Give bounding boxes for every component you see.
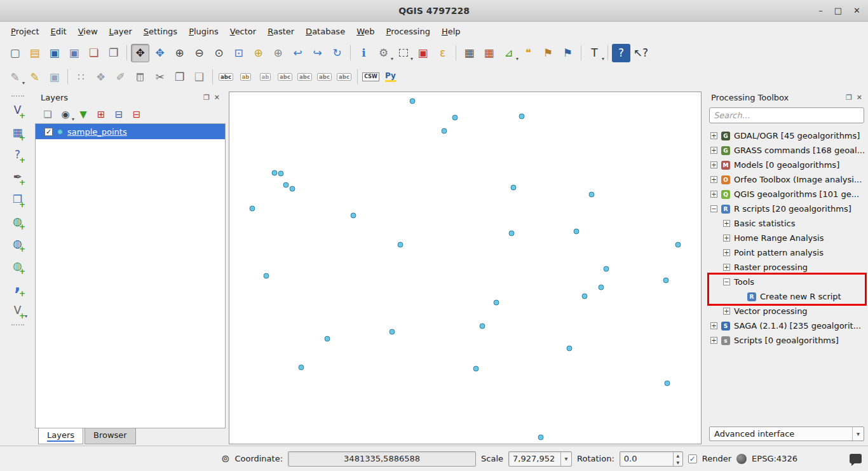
add-group-icon[interactable]: ❏ <box>39 106 56 123</box>
expand-icon[interactable]: + <box>723 220 730 227</box>
tab-layers[interactable]: Layers <box>38 428 83 444</box>
new-shapefile-layer-icon[interactable]: V▾ <box>8 301 27 320</box>
dropdown-arrow-icon[interactable]: ▾ <box>22 80 25 86</box>
menu-plugins[interactable]: Plugins <box>183 24 224 39</box>
toolbox-item[interactable]: +Point pattern analysis <box>705 245 868 260</box>
copy-features-icon[interactable]: ❐ <box>170 68 189 86</box>
toolbox-item[interactable]: −Tools <box>705 275 868 289</box>
label-move-icon[interactable]: abc <box>276 68 294 86</box>
new-project-icon[interactable]: ▢ <box>6 44 24 62</box>
zoom-full-icon[interactable]: ⊡ <box>229 44 248 62</box>
labeling-icon[interactable]: abc <box>217 68 235 86</box>
scale-combobox[interactable]: 7,927,952 ▾ <box>508 451 572 467</box>
whats-this-icon[interactable]: ↖? <box>632 44 650 62</box>
toolbox-item[interactable]: +Basic statistics <box>705 216 868 231</box>
toolbox-item[interactable]: +SSAGA (2.1.4) [235 geoalgorit... <box>705 318 868 333</box>
new-bookmark-icon[interactable]: ⚑ <box>539 44 557 62</box>
rotation-down-icon[interactable]: ▼ <box>674 459 682 466</box>
dropdown-arrow-icon[interactable]: ▾ <box>391 56 393 62</box>
render-checkbox[interactable]: ✓ <box>688 454 697 463</box>
composer-manager-icon[interactable]: ❐ <box>104 44 123 62</box>
menu-raster[interactable]: Raster <box>262 24 300 39</box>
label-properties-icon[interactable]: abc <box>335 68 353 86</box>
menu-project[interactable]: Project <box>5 24 45 39</box>
toolbox-item[interactable]: +QQGIS geoalgorithms [101 ge... <box>705 187 868 201</box>
add-wfs-layer-icon[interactable]: ◍ <box>8 257 27 275</box>
zoom-native-icon[interactable]: ⊙ <box>210 44 228 62</box>
add-delimited-text-layer-icon[interactable]: , <box>8 279 27 297</box>
toggle-editing-icon[interactable]: ✎ <box>25 68 44 86</box>
menu-view[interactable]: View <box>72 24 104 39</box>
node-tool-icon[interactable]: ✐ <box>111 68 130 86</box>
label-change-icon[interactable]: abc <box>315 68 334 86</box>
add-spatialite-layer-icon[interactable]: ✒ <box>8 168 27 186</box>
expand-all-icon[interactable]: ⊞ <box>93 106 109 123</box>
chevron-down-icon[interactable]: ▾ <box>852 427 864 440</box>
log-messages-icon[interactable] <box>850 454 862 463</box>
save-project-icon[interactable]: ▣ <box>45 44 64 62</box>
map-tips-icon[interactable]: ❝ <box>519 44 538 62</box>
field-calculator-icon[interactable]: ▦ <box>480 44 498 62</box>
expand-icon[interactable]: + <box>710 191 717 198</box>
remove-layer-icon[interactable]: ⊟ <box>128 106 145 123</box>
float-panel-icon[interactable]: ❐ <box>203 93 210 102</box>
expand-icon[interactable]: + <box>710 322 717 329</box>
expand-icon[interactable]: + <box>723 249 730 256</box>
menu-processing[interactable]: Processing <box>381 24 436 39</box>
pan-map-icon[interactable]: ✥ <box>131 44 149 62</box>
delete-selected-icon[interactable] <box>131 68 149 86</box>
dropdown-arrow-icon[interactable]: ▾ <box>72 116 74 122</box>
minimize-button[interactable]: – <box>818 6 823 15</box>
cut-features-icon[interactable]: ✂ <box>151 68 169 86</box>
label-show-hide-icon[interactable]: ab <box>256 68 275 86</box>
menu-layer[interactable]: Layer <box>104 24 138 39</box>
menu-vector[interactable]: Vector <box>224 24 262 39</box>
toolbox-item[interactable]: RCreate new R script <box>705 289 868 304</box>
toolbox-item[interactable]: −RR scripts [20 geoalgorithms] <box>705 201 868 216</box>
zoom-out-icon[interactable]: ⊖ <box>190 44 208 62</box>
select-by-expression-icon[interactable]: ε <box>433 44 452 62</box>
menu-settings[interactable]: Settings <box>138 24 183 39</box>
save-project-as-icon[interactable]: ▣ <box>65 44 83 62</box>
expand-icon[interactable]: + <box>723 308 730 315</box>
current-edits-icon[interactable]: ✎▾ <box>6 68 24 86</box>
expand-icon[interactable]: + <box>723 264 730 271</box>
coordinate-field[interactable]: 3481335,5886588 <box>288 451 476 467</box>
toolbox-item[interactable]: +Vector processing <box>705 304 868 318</box>
filter-legend-icon[interactable]: ▼ <box>75 106 92 123</box>
expand-icon[interactable]: + <box>710 161 717 168</box>
toolbox-item[interactable]: +GGRASS commands [168 geoal... <box>705 143 868 158</box>
rotation-up-icon[interactable]: ▲ <box>674 452 682 459</box>
expand-icon[interactable]: + <box>710 176 717 183</box>
add-wms-layer-icon[interactable]: ◍ <box>8 212 27 231</box>
expand-icon[interactable]: + <box>710 337 717 344</box>
toolbox-search-input[interactable] <box>709 107 864 123</box>
identify-icon[interactable]: ℹ <box>355 44 373 62</box>
toolbox-item[interactable]: +MModels [0 geoalgorithms] <box>705 158 868 172</box>
label-rotate-icon[interactable]: abc <box>295 68 314 86</box>
text-annotation-icon[interactable]: T▾ <box>585 44 604 62</box>
move-feature-icon[interactable]: ❖ <box>92 68 110 86</box>
collapse-icon[interactable]: − <box>723 278 730 285</box>
layer-visibility-checkbox[interactable]: ✓ <box>44 128 53 136</box>
menu-database[interactable]: Database <box>300 24 351 39</box>
zoom-to-layer-icon[interactable]: ⊕ <box>269 44 287 62</box>
dropdown-arrow-icon[interactable]: ▾ <box>410 56 413 62</box>
toolbox-item[interactable]: +Home Range Analysis <box>705 231 868 245</box>
paste-features-icon[interactable]: ❑ <box>190 68 208 86</box>
label-pin-icon[interactable]: ab <box>236 68 255 86</box>
maximize-button[interactable]: □ <box>834 6 842 15</box>
select-features-icon[interactable]: ▾ <box>394 44 412 62</box>
layer-item-sample-points[interactable]: ✓ sample_points <box>36 124 225 139</box>
crs-status[interactable]: EPSG:4326 <box>752 454 797 463</box>
menu-edit[interactable]: Edit <box>45 24 72 39</box>
close-button[interactable]: ✕ <box>853 6 860 15</box>
python-console-icon[interactable]: Py <box>381 68 400 86</box>
dropdown-arrow-icon[interactable]: ▾ <box>516 56 519 62</box>
metasearch-csw-icon[interactable]: CSW <box>362 68 380 86</box>
map-canvas[interactable] <box>229 92 702 444</box>
menu-help[interactable]: Help <box>436 24 466 39</box>
dropdown-arrow-icon[interactable]: ▾ <box>602 56 604 62</box>
toolbox-item[interactable]: +OOrfeo Toolbox (Image analysi... <box>705 172 868 187</box>
interface-selector[interactable]: Advanced interface ▾ <box>709 427 864 441</box>
